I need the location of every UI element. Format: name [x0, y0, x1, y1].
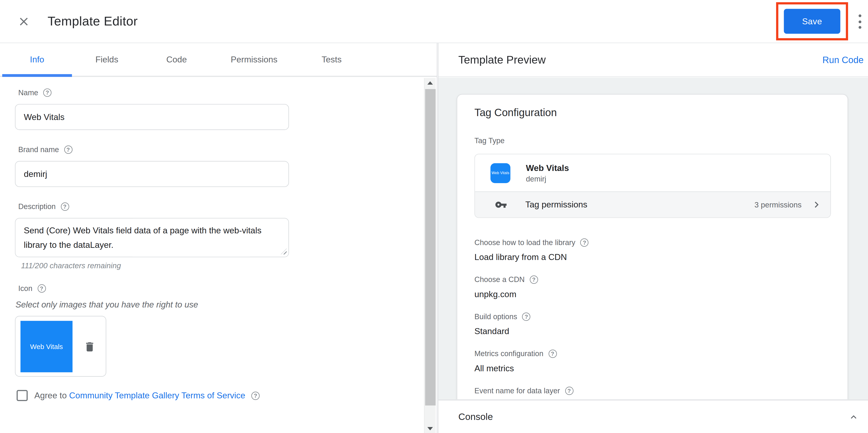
left-scrollbar[interactable] [424, 78, 436, 433]
property-build-options: Build options Standard [474, 312, 831, 336]
chevron-up-icon[interactable] [848, 411, 859, 422]
help-icon[interactable] [43, 89, 52, 97]
property-metrics-configuration: Metrics configuration All metrics [474, 349, 831, 373]
name-field[interactable] [15, 104, 289, 130]
template-editor-window: Template Editor Save Info Fields Code Pe… [0, 0, 868, 433]
tag-permissions-label: Tag permissions [525, 200, 587, 209]
tab-code[interactable]: Code [142, 43, 212, 76]
tab-fields[interactable]: Fields [72, 43, 142, 76]
help-icon[interactable] [64, 145, 72, 154]
scrollbar-thumb[interactable] [425, 89, 436, 405]
brand-name-label: Brand name [19, 145, 424, 154]
tag-type-row: Web Vitals Web Vitals demirj [475, 155, 830, 192]
tag-permissions-row[interactable]: Tag permissions 3 permissions [475, 191, 830, 217]
template-preview-panel: Template Preview Run Code Tag Configurat… [438, 43, 868, 433]
preview-title: Template Preview [458, 54, 546, 66]
tag-configuration-title: Tag Configuration [474, 107, 831, 119]
help-icon[interactable] [548, 349, 557, 358]
help-icon[interactable] [37, 284, 46, 293]
tag-name: Web Vitals [526, 163, 569, 173]
tab-tests[interactable]: Tests [297, 43, 367, 76]
tab-permissions[interactable]: Permissions [212, 43, 297, 76]
agree-checkbox[interactable] [17, 390, 28, 401]
scroll-down-arrow[interactable] [425, 424, 436, 433]
terms-of-service-link[interactable]: Community Template Gallery Terms of Serv… [69, 391, 245, 400]
annotation-highlight: Save [776, 2, 848, 40]
key-icon [495, 199, 507, 211]
help-icon[interactable] [565, 387, 573, 395]
info-form: Name Brand name Description Send (Core) … [0, 78, 424, 433]
icon-label: Icon [19, 284, 424, 293]
brand-name-field[interactable] [15, 161, 289, 187]
web-vitals-icon: Web Vitals [491, 163, 510, 183]
property-load-library: Choose how to load the library Load libr… [474, 238, 831, 262]
page-title: Template Editor [48, 14, 137, 29]
tag-configuration-card: Tag Configuration Tag Type Web Vitals We… [457, 94, 848, 400]
help-icon[interactable] [522, 312, 530, 321]
property-event-name: Event name for data layer Use predefined… [474, 386, 831, 400]
help-icon[interactable] [251, 392, 260, 400]
editor-panel: Info Fields Code Permissions Tests Name … [0, 43, 437, 433]
description-label: Description [19, 202, 424, 211]
icon-upload-card[interactable]: Web Vitals [15, 316, 106, 377]
help-icon[interactable] [61, 202, 69, 211]
description-field[interactable]: Send (Core) Web Vitals field data of a p… [15, 218, 289, 257]
save-button[interactable]: Save [784, 9, 840, 34]
tag-brand: demirj [526, 175, 569, 183]
console-bar[interactable]: Console [438, 400, 868, 433]
terms-agree-row: Agree to Community Template Gallery Term… [15, 390, 424, 401]
help-icon[interactable] [530, 275, 538, 284]
agree-text: Agree to Community Template Gallery Term… [34, 391, 245, 400]
tag-properties: Choose how to load the library Load libr… [474, 238, 831, 400]
tag-type-box: Web Vitals Web Vitals demirj Tag permiss… [474, 154, 831, 218]
tab-info[interactable]: Info [2, 43, 72, 76]
chevron-right-icon [810, 199, 823, 211]
close-icon[interactable] [17, 15, 31, 28]
scroll-up-arrow[interactable] [425, 78, 436, 88]
permissions-count: 3 permissions [754, 201, 802, 209]
help-icon[interactable] [580, 238, 589, 246]
editor-tabs: Info Fields Code Permissions Tests [0, 43, 437, 77]
characters-remaining: 111/200 characters remaining [21, 262, 424, 270]
console-label: Console [458, 411, 493, 422]
property-cdn: Choose a CDN unpkg.com [474, 275, 831, 299]
template-icon-thumbnail: Web Vitals [21, 321, 72, 372]
name-label: Name [19, 89, 424, 97]
preview-body: Tag Configuration Tag Type Web Vitals We… [438, 77, 868, 399]
delete-icon[interactable] [84, 340, 96, 354]
icon-rights-hint: Select only images that you have the rig… [16, 300, 424, 310]
preview-header: Template Preview Run Code [438, 43, 868, 77]
tag-type-label: Tag Type [474, 136, 831, 145]
top-app-bar: Template Editor Save [0, 0, 868, 43]
more-vert-icon[interactable] [856, 14, 864, 29]
run-code-link[interactable]: Run Code [823, 55, 864, 65]
